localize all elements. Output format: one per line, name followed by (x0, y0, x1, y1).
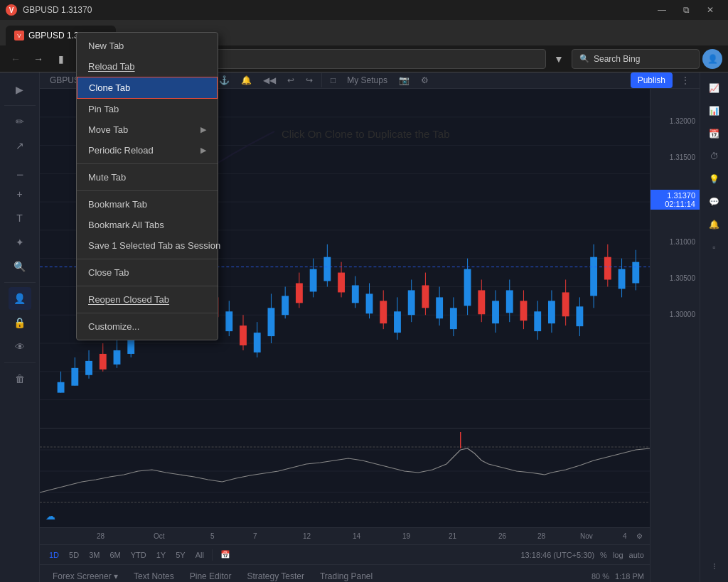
menu-reopen-closed[interactable]: Reopen Closed Tab (77, 289, 218, 310)
tool-patterns[interactable]: ✦ (9, 231, 31, 254)
menu-new-tab[interactable]: New Tab (77, 36, 218, 56)
minimize-button[interactable]: — (649, 0, 675, 20)
browser-window: V GBPUSD 1.31370 — ⧉ ✕ V GBPUSD 1.31370 … (0, 0, 728, 582)
publish-button[interactable]: Publish (631, 72, 673, 88)
menu-bookmark-all-label: Bookmark All Tabs (88, 220, 164, 230)
svg-rect-60 (394, 311, 401, 333)
tool-replay[interactable]: ◀◀ (259, 73, 280, 87)
menu-customize-label: Customize... (88, 321, 139, 332)
tool-pencil[interactable]: ✏ (9, 110, 31, 133)
separator-5 (77, 313, 218, 313)
window-controls: — ⧉ ✕ (649, 0, 722, 20)
menu-close-tab[interactable]: Close Tab (77, 262, 218, 283)
menu-reload-tab[interactable]: Reload Tab (77, 56, 218, 77)
svg-rect-76 (506, 290, 513, 313)
back-button[interactable]: ← (6, 49, 26, 69)
search-icon: 🔍 (579, 54, 589, 63)
screenshot-btn[interactable]: 📷 (395, 73, 414, 87)
separator-3 (77, 259, 218, 259)
tf-3m[interactable]: 3M (85, 549, 103, 561)
time-label-oct: Oct (154, 532, 165, 540)
tool-trash[interactable]: 🗑 (9, 367, 31, 390)
time-display: 1:18 PM (615, 572, 644, 581)
svg-rect-38 (240, 325, 247, 345)
search-bar[interactable]: 🔍 Search Bing (572, 49, 700, 69)
tool-active[interactable]: 👤 (9, 287, 31, 310)
svg-rect-16 (85, 361, 92, 375)
right-tool-1[interactable]: 📈 (705, 78, 724, 98)
tf-ytd[interactable]: YTD (127, 549, 150, 561)
right-tool-bell[interactable]: 🔔 (705, 215, 724, 235)
profile-button[interactable]: 👤 (702, 49, 722, 69)
time-label-21: 21 (449, 532, 456, 540)
menu-clone-tab[interactable]: Clone Tab (77, 77, 218, 99)
my-setups-label: My Setups (347, 75, 387, 85)
menu-mute-tab[interactable]: Mute Tab (77, 167, 218, 188)
tool-undo[interactable]: ↩ (283, 73, 299, 87)
tool-cursor[interactable]: ▶ (9, 78, 31, 101)
right-tool-clock[interactable]: ⏱ (705, 146, 724, 166)
settings-btn[interactable]: ⚙ (417, 73, 433, 87)
tool-line[interactable]: ⎯ (9, 158, 31, 181)
svg-rect-80 (534, 311, 541, 331)
current-price-box: 1.31370 02:11:14 (651, 190, 700, 210)
time-label-28b: 28 (537, 532, 545, 540)
tab-pine-editor[interactable]: Pine Editor (183, 568, 239, 582)
tf-custom[interactable]: 📅 (217, 549, 234, 561)
menu-customize[interactable]: Customize... (77, 316, 218, 337)
svg-rect-14 (71, 368, 78, 386)
tf-6m[interactable]: 6M (106, 549, 124, 561)
tool-arrow[interactable]: ↗ (9, 134, 31, 157)
time-label-7: 7 (253, 532, 257, 540)
tab-forex-screener[interactable]: Forex Screener ▾ (46, 568, 125, 582)
settings-gear[interactable]: ⚙ (636, 532, 643, 540)
tab-strategy-tester[interactable]: Strategy Tester (240, 568, 311, 582)
tool-text[interactable]: T (9, 207, 31, 230)
tool-redo[interactable]: ↪ (301, 73, 317, 87)
right-tool-grid[interactable]: ▫ (705, 237, 724, 257)
tf-5y[interactable]: 5Y (172, 549, 188, 561)
address-dropdown[interactable]: ▼ (549, 49, 569, 69)
menu-bookmark-tab[interactable]: Bookmark Tab (77, 194, 218, 215)
price-1.305: 1.30500 (651, 274, 700, 282)
my-setups-btn[interactable]: My Setups (343, 73, 392, 87)
right-tool-dots[interactable]: ⁝ (705, 556, 724, 576)
search-placeholder: Search Bing (594, 54, 640, 64)
menu-bookmark-label: Bookmark Tab (88, 199, 147, 210)
tab-text-notes[interactable]: Text Notes (127, 568, 181, 582)
tool-alert[interactable]: 🔔 (237, 73, 256, 87)
price-1.30: 1.30000 (651, 311, 700, 318)
tool-search[interactable]: 🔍 (9, 255, 31, 278)
right-tool-bulb[interactable]: 💡 (705, 169, 724, 189)
tf-1d[interactable]: 1D (46, 549, 63, 561)
fullscreen-btn[interactable]: □ (326, 73, 340, 87)
right-tool-chat[interactable]: 💬 (705, 192, 724, 212)
right-tool-calendar[interactable]: 📆 (705, 124, 724, 144)
menu-periodic-label: Periodic Reload (88, 145, 154, 156)
menu-pin-tab[interactable]: Pin Tab (77, 99, 218, 119)
tool-lock[interactable]: 🔒 (9, 311, 31, 334)
tool-plus[interactable]: + (9, 183, 31, 205)
menu-move-tab[interactable]: Move Tab ▶ (77, 119, 218, 140)
sidebar-divider-1 (4, 105, 36, 106)
tf-all[interactable]: All (192, 549, 208, 561)
time-label-19: 19 (402, 532, 410, 540)
tool-eye[interactable]: 👁 (9, 335, 31, 358)
menu-bookmark-all[interactable]: Bookmark All Tabs (77, 215, 218, 235)
forward-button[interactable]: → (28, 49, 48, 69)
home-button[interactable]: ▮ (51, 49, 71, 69)
more-options[interactable]: ⋮ (677, 73, 694, 87)
svg-rect-46 (296, 283, 303, 303)
close-button[interactable]: ✕ (698, 0, 722, 20)
right-tool-2[interactable]: 📊 (705, 101, 724, 121)
bottom-tabs: Forex Screener ▾ Text Notes Pine Editor … (40, 564, 650, 582)
svg-rect-36 (225, 311, 232, 331)
restore-button[interactable]: ⧉ (675, 0, 698, 20)
price-1.32: 1.32000 (651, 117, 700, 125)
menu-periodic-reload[interactable]: Periodic Reload ▶ (77, 140, 218, 161)
tab-trading-panel[interactable]: Trading Panel (313, 568, 380, 582)
time-label-5: 5 (210, 532, 215, 540)
menu-save-session[interactable]: Save 1 Selected Tab as Session (77, 235, 218, 256)
tf-5d[interactable]: 5D (65, 549, 82, 561)
tf-1y[interactable]: 1Y (153, 549, 169, 561)
